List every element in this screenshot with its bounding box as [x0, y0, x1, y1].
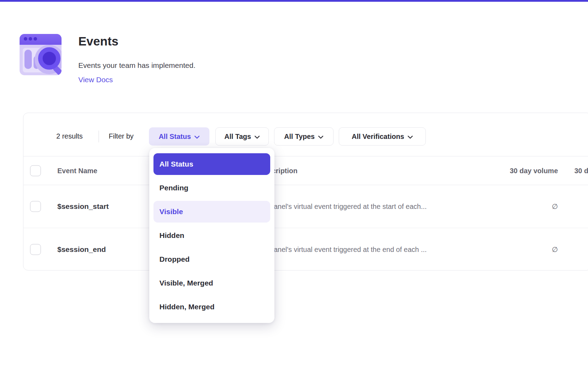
column-header-30-day-volume: 30 day volume [510, 167, 558, 175]
page-subtitle: Events your team has implemented. [78, 61, 195, 70]
column-header-30-day-clipped: 30 d [574, 167, 588, 175]
row-checkbox[interactable] [30, 201, 41, 212]
event-name: $session_start [57, 202, 109, 211]
tags-filter-label: All Tags [224, 133, 251, 141]
window-dot [29, 37, 32, 41]
chevron-down-icon [318, 133, 323, 141]
status-dropdown-menu: All Status Pending Visible Hidden Droppe… [149, 148, 274, 323]
dropdown-item-hidden[interactable]: Hidden [153, 225, 270, 246]
select-all-checkbox[interactable] [30, 165, 41, 176]
dropdown-item-dropped[interactable]: Dropped [153, 248, 270, 270]
magnifier-icon [38, 47, 60, 70]
table-row[interactable]: $session_end Mixpanel's virtual event tr… [23, 228, 588, 270]
dropdown-item-pending[interactable]: Pending [153, 177, 270, 199]
column-header-event-name: Event Name [57, 167, 98, 175]
status-filter-label: All Status [159, 133, 191, 141]
event-name: $session_end [57, 245, 106, 254]
page-title: Events [78, 34, 119, 48]
chevron-down-icon [254, 133, 260, 141]
divider [99, 131, 99, 142]
chevron-down-icon [194, 133, 200, 141]
event-description: Mixpanel's virtual event triggered at th… [259, 203, 427, 211]
tags-filter-button[interactable]: All Tags [215, 127, 269, 146]
dropdown-item-all-status[interactable]: All Status [153, 153, 270, 175]
event-description: Mixpanel's virtual event triggered at th… [259, 245, 427, 253]
verifications-filter-label: All Verifications [352, 133, 404, 141]
top-brand-bar [0, 0, 588, 2]
events-card: 2 results Filter by All Status All Tags … [23, 113, 588, 270]
types-filter-button[interactable]: All Types [274, 127, 334, 146]
view-docs-link[interactable]: View Docs [78, 76, 113, 84]
chevron-down-icon [408, 133, 413, 141]
events-app-icon [20, 34, 62, 75]
event-30-day-volume: ∅ [552, 245, 558, 254]
dropdown-item-hidden-merged[interactable]: Hidden, Merged [153, 296, 270, 318]
status-filter-button[interactable]: All Status [149, 127, 209, 146]
verifications-filter-button[interactable]: All Verifications [339, 127, 426, 146]
window-dot [34, 37, 37, 41]
filter-by-label: Filter by [109, 132, 134, 140]
window-dot [24, 37, 27, 41]
table-row[interactable]: $session_start Mixpanel's virtual event … [23, 185, 588, 228]
dropdown-item-visible-merged[interactable]: Visible, Merged [153, 272, 270, 294]
types-filter-label: All Types [284, 133, 315, 141]
results-count: 2 results [56, 132, 83, 140]
row-checkbox[interactable] [30, 244, 41, 255]
bar-chart-icon [24, 50, 32, 69]
event-30-day-volume: ∅ [552, 202, 558, 211]
table-header-row: Event Name Description 30 day volume 30 … [23, 156, 588, 185]
dropdown-item-visible[interactable]: Visible [153, 201, 270, 223]
